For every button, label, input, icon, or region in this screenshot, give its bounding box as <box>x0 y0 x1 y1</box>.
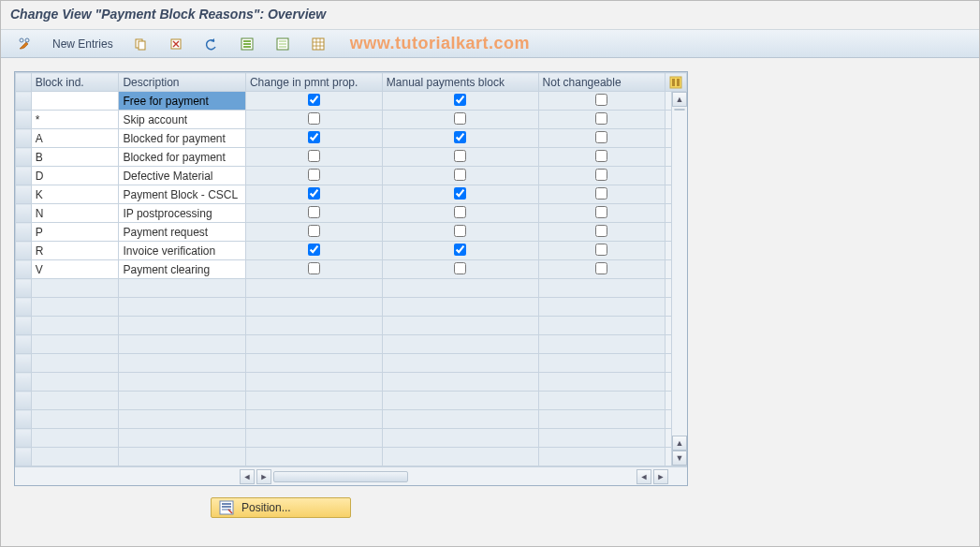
checkbox[interactable] <box>595 225 607 237</box>
checkbox[interactable] <box>595 206 607 218</box>
row-selector[interactable] <box>16 92 32 111</box>
header-description[interactable]: Description <box>119 73 245 92</box>
deselect-all-button[interactable] <box>268 33 298 55</box>
checkbox[interactable] <box>308 131 320 143</box>
row-selector[interactable] <box>16 148 32 167</box>
scroll-left2-arrow-icon[interactable]: ◄ <box>636 469 651 484</box>
checkbox[interactable] <box>454 131 466 143</box>
cell-block-ind[interactable]: A <box>31 129 119 148</box>
cell-block-ind[interactable]: D <box>31 167 119 185</box>
row-selector[interactable] <box>16 298 32 317</box>
row-selector[interactable] <box>16 317 32 335</box>
row-selector[interactable] <box>16 129 32 148</box>
cell-block-ind[interactable]: R <box>31 242 119 260</box>
table-row[interactable]: RInvoice verification <box>16 242 687 260</box>
hscroll-thumb[interactable] <box>273 471 408 482</box>
table-row[interactable] <box>16 448 687 466</box>
table-row[interactable] <box>16 354 687 373</box>
select-all-button[interactable] <box>232 33 262 55</box>
scroll-right2-arrow-icon[interactable]: ► <box>653 469 668 484</box>
scroll-thumb[interactable] <box>674 109 685 111</box>
cell-description[interactable]: Payment Block - CSCL <box>119 185 245 204</box>
cell-description[interactable]: Invoice verification <box>119 242 245 260</box>
checkbox[interactable] <box>308 112 320 125</box>
checkbox[interactable] <box>454 150 466 162</box>
row-selector[interactable] <box>16 392 32 410</box>
row-selector[interactable] <box>16 410 32 429</box>
table-row[interactable] <box>16 317 687 335</box>
table-settings-button[interactable] <box>303 33 333 55</box>
checkbox[interactable] <box>454 94 466 106</box>
checkbox[interactable] <box>595 131 607 143</box>
table-row[interactable]: VPayment clearing <box>16 260 687 279</box>
checkbox[interactable] <box>454 169 466 181</box>
scroll-down-arrow-icon[interactable]: ▼ <box>672 451 687 466</box>
vertical-scrollbar[interactable]: ▲ ▲ ▼ <box>671 92 687 466</box>
scroll-left-arrow-icon[interactable]: ◄ <box>240 469 255 484</box>
checkbox[interactable] <box>308 94 320 106</box>
table-row[interactable] <box>16 410 687 429</box>
cell-description[interactable]: Payment request <box>119 223 245 242</box>
checkbox[interactable] <box>308 206 320 218</box>
table-row[interactable]: PPayment request <box>16 223 687 242</box>
cell-block-ind[interactable] <box>31 92 119 111</box>
header-change-pmnt[interactable]: Change in pmnt prop. <box>245 73 382 92</box>
checkbox[interactable] <box>308 169 320 181</box>
row-selector[interactable] <box>16 354 32 373</box>
table-row[interactable]: *Skip account <box>16 111 687 129</box>
checkbox[interactable] <box>595 150 607 162</box>
position-button[interactable]: Position... <box>211 497 351 518</box>
row-selector[interactable] <box>16 260 32 279</box>
table-row[interactable]: NIP postprocessing <box>16 204 687 223</box>
table-row[interactable] <box>16 335 687 354</box>
table-row[interactable] <box>16 373 687 392</box>
checkbox[interactable] <box>595 112 607 125</box>
cell-description[interactable]: Blocked for payment <box>119 148 245 167</box>
cell-block-ind[interactable]: K <box>31 185 119 204</box>
toggle-button[interactable] <box>10 33 40 55</box>
header-select-all[interactable] <box>16 73 32 92</box>
undo-button[interactable] <box>197 33 227 55</box>
row-selector[interactable] <box>16 429 32 448</box>
checkbox[interactable] <box>308 187 320 200</box>
cell-block-ind[interactable]: P <box>31 223 119 242</box>
checkbox[interactable] <box>308 225 320 237</box>
table-row[interactable]: DDefective Material <box>16 167 687 185</box>
row-selector[interactable] <box>16 335 32 354</box>
delete-button[interactable] <box>161 33 191 55</box>
copy-as-button[interactable] <box>125 33 155 55</box>
header-not-changeable[interactable]: Not changeable <box>538 73 665 92</box>
table-row[interactable] <box>16 298 687 317</box>
header-manual-block[interactable]: Manual payments block <box>382 73 538 92</box>
row-selector[interactable] <box>16 223 32 242</box>
cell-description[interactable]: Skip account <box>119 111 245 129</box>
checkbox[interactable] <box>595 262 607 274</box>
checkbox[interactable] <box>595 169 607 181</box>
checkbox[interactable] <box>308 262 320 274</box>
table-row[interactable]: KPayment Block - CSCL <box>16 185 687 204</box>
checkbox[interactable] <box>595 94 607 106</box>
cell-description[interactable]: Defective Material <box>119 167 245 185</box>
row-selector[interactable] <box>16 204 32 223</box>
checkbox[interactable] <box>595 187 607 200</box>
row-selector[interactable] <box>16 242 32 260</box>
cell-block-ind[interactable]: V <box>31 260 119 279</box>
cell-description[interactable]: Payment clearing <box>119 260 245 279</box>
checkbox[interactable] <box>454 262 466 274</box>
row-selector[interactable] <box>16 185 32 204</box>
cell-description[interactable]: IP postprocessing <box>119 204 245 223</box>
checkbox[interactable] <box>595 244 607 256</box>
checkbox[interactable] <box>454 225 466 237</box>
checkbox[interactable] <box>454 112 466 125</box>
cell-description[interactable]: Blocked for payment <box>119 129 245 148</box>
row-selector[interactable] <box>16 111 32 129</box>
cell-block-ind[interactable]: N <box>31 204 119 223</box>
checkbox[interactable] <box>454 187 466 200</box>
header-configure[interactable] <box>666 73 687 92</box>
cell-description[interactable]: Free for payment <box>119 92 245 111</box>
new-entries-button[interactable]: New Entries <box>46 35 120 53</box>
scroll-right-arrow-icon[interactable]: ► <box>256 469 271 484</box>
row-selector[interactable] <box>16 448 32 466</box>
table-row[interactable]: BBlocked for payment <box>16 148 687 167</box>
scroll-up-arrow-icon[interactable]: ▲ <box>672 92 687 107</box>
